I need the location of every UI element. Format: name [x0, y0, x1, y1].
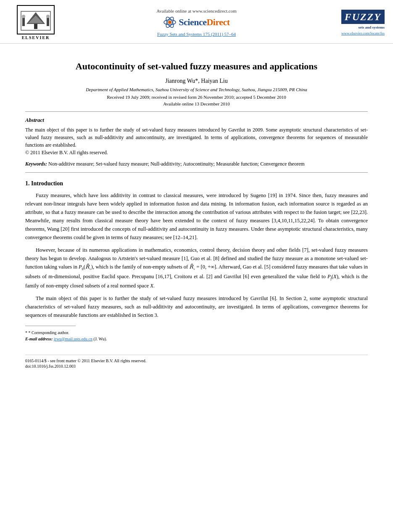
keywords-label: Keywords:	[25, 161, 47, 167]
elsevier-website-link[interactable]: www.elsevier.com/locate/fss	[341, 31, 385, 35]
corresponding-star: *	[25, 330, 27, 335]
svg-point-7	[46, 15, 50, 18]
journal-reference[interactable]: Fuzzy Sets and Systems 175 (2011) 57–64	[157, 32, 236, 37]
corresponding-author-note: * * Corresponding author.	[25, 329, 368, 336]
section1-title: 1. Introduction	[25, 180, 368, 187]
section1-para2: However, because of its numerous applica…	[25, 246, 368, 290]
sciencedirect-logo: ScienceDirect	[163, 16, 229, 29]
email-footnote: E-mail address: jrwu@mail.usts.edu.cn (J…	[25, 336, 368, 342]
footer-divider	[25, 326, 76, 326]
abstract-text: The main object of this paper is to furt…	[25, 126, 368, 156]
available-date: Available online 13 December 2010	[25, 101, 368, 106]
email-suffix: (J. Wu).	[94, 337, 107, 341]
paper-title: Autocontinuity of set-valued fuzzy measu…	[25, 61, 368, 73]
header: ELSEVIER Available online at www.science…	[0, 0, 393, 44]
abstract-title: Abstract	[25, 117, 368, 124]
elsevier-logo-section: ELSEVIER	[8, 5, 63, 40]
corresponding-text: * Corresponding author.	[29, 330, 69, 335]
sciencedirect-label: ScienceDirect	[179, 17, 229, 28]
elsevier-logo: ELSEVIER	[8, 5, 63, 40]
keywords-values: Non-additive measure; Set-valued fuzzy m…	[48, 161, 305, 167]
issn-section: 0165-0114/$ - see front matter © 2011 El…	[25, 355, 368, 369]
fuzzy-logo-line1: FUZZY	[345, 11, 381, 22]
svg-point-8	[168, 21, 171, 24]
abstract-section: Abstract The main object of this paper i…	[25, 117, 368, 168]
keywords-line: Keywords: Non-additive measure; Set-valu…	[25, 161, 368, 168]
divider-1	[25, 111, 368, 112]
fuzzy-logo-subtitle: sets and systems	[358, 25, 385, 30]
divider-2	[25, 172, 368, 173]
fuzzy-logo-box: FUZZY	[341, 10, 385, 24]
authors: Jianrong Wu*, Haiyan Liu	[25, 78, 368, 84]
elsevier-logo-box	[17, 5, 55, 34]
svg-rect-5	[47, 18, 49, 26]
header-center: Available online at www.sciencedirect.co…	[63, 8, 330, 37]
doi-line: doi:10.1016/j.fss.2010.12.003	[25, 364, 368, 369]
received-date: Received 19 July 2009; received in revis…	[25, 95, 368, 100]
issn-line: 0165-0114/$ - see front matter © 2011 El…	[25, 358, 368, 363]
section1-para3: The main object of this paper is to furt…	[25, 294, 368, 319]
header-right: FUZZY sets and systems www.elsevier.com/…	[330, 10, 385, 35]
copyright: © 2011 Elsevier B.V. All rights reserved…	[25, 150, 108, 155]
main-content: Autocontinuity of set-valued fuzzy measu…	[0, 44, 393, 381]
available-online-text: Available online at www.sciencedirect.co…	[156, 8, 237, 13]
elsevier-name: ELSEVIER	[22, 35, 50, 40]
sciencedirect-icon	[163, 16, 177, 29]
page: ELSEVIER Available online at www.science…	[0, 0, 393, 532]
affiliation: Department of Applied Mathematics, Suzho…	[25, 87, 368, 92]
svg-point-6	[22, 15, 25, 18]
elsevier-tree-icon	[19, 7, 53, 32]
svg-rect-1	[34, 24, 37, 29]
abstract-body: The main object of this paper is to furt…	[25, 127, 368, 148]
svg-rect-4	[22, 18, 25, 26]
email-label: E-mail address:	[25, 337, 53, 341]
email-link[interactable]: jrwu@mail.usts.edu.cn	[54, 337, 92, 341]
section1-para1: Fuzzy measures, which have loss additivi…	[25, 191, 368, 242]
